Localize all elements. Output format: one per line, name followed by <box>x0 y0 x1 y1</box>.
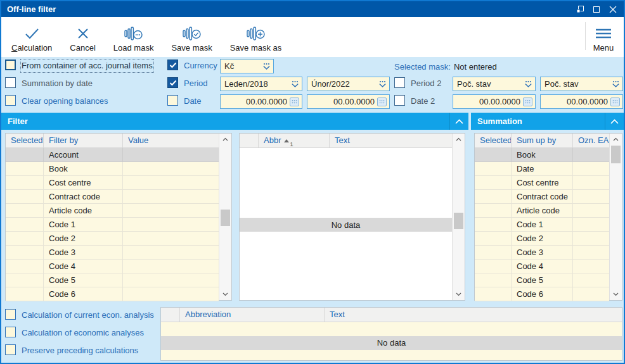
table-row[interactable]: Code 3 <box>6 246 219 260</box>
scroll-up-icon[interactable] <box>219 134 231 144</box>
table-row[interactable]: Code 5 <box>6 273 219 287</box>
checkmark-icon <box>169 62 177 68</box>
scroll-down-icon[interactable] <box>453 289 465 299</box>
close-window-button[interactable] <box>605 1 621 17</box>
calc-current-econ-analysis-checkbox[interactable] <box>5 309 16 320</box>
summation-panel-title: Summation <box>477 116 522 126</box>
calendar-icon[interactable] <box>523 97 532 106</box>
summation-collapse-button[interactable] <box>605 113 624 130</box>
scrollbar-thumb[interactable] <box>611 146 621 163</box>
currency-label[interactable]: Currency <box>184 60 217 72</box>
clear-opening-balances-checkbox[interactable] <box>5 95 16 106</box>
table-row[interactable]: Code 5 <box>475 273 609 287</box>
calendar-icon[interactable] <box>377 97 387 106</box>
period-from-select[interactable]: Leden/2018 <box>220 77 302 91</box>
table-row[interactable]: Date <box>475 162 609 176</box>
column-header-blank[interactable] <box>240 134 259 147</box>
scroll-down-icon[interactable] <box>610 289 622 299</box>
preserve-preceding-calculations-checkbox[interactable] <box>5 344 16 355</box>
menu-button[interactable]: Menu <box>588 20 619 54</box>
scrollbar-thumb[interactable] <box>454 213 463 229</box>
date2-to-field[interactable]: 00.00.0000 <box>540 94 623 109</box>
load-mask-button[interactable]: Load mask <box>111 20 157 54</box>
column-header-selected[interactable]: Selected <box>6 134 44 147</box>
save-mask-as-button[interactable]: Save mask as <box>228 20 285 54</box>
vertical-scrollbar[interactable] <box>452 134 465 300</box>
table-row[interactable]: Book <box>475 148 609 162</box>
dropdown-icon <box>524 80 532 88</box>
period-to-select[interactable]: Únor/2022 <box>307 77 390 91</box>
table-row[interactable]: Code 1 <box>475 218 609 232</box>
column-header-value[interactable]: Value <box>123 134 219 147</box>
column-header-abbr[interactable]: Abbr1 <box>259 134 330 147</box>
cancel-button[interactable]: Cancel <box>67 20 98 54</box>
column-header-abbreviation[interactable]: Abbreviation <box>180 308 325 322</box>
checkmark-icon <box>169 80 177 86</box>
calc-current-econ-analysis-label[interactable]: Calculation of current econ. analysis <box>22 310 154 321</box>
selected-mask-label: Selected mask: <box>394 62 451 72</box>
table-row[interactable]: Book <box>6 162 219 176</box>
table-row[interactable]: Code 2 <box>6 232 219 246</box>
period-label[interactable]: Period <box>184 78 208 89</box>
preserve-preceding-calculations-label[interactable]: Preserve preceding calculations <box>22 345 138 356</box>
date-label[interactable]: Date <box>184 96 201 107</box>
period2-label[interactable]: Period 2 <box>411 78 441 89</box>
column-header-sum-up-by[interactable]: Sum up by <box>512 134 573 147</box>
calc-economic-analyses-label[interactable]: Calculation of economic analyses <box>22 327 144 339</box>
calendar-icon[interactable] <box>290 97 299 106</box>
period2-from-select[interactable]: Poč. stav <box>453 77 536 91</box>
table-row[interactable]: Code 4 <box>475 260 609 273</box>
column-header-blank[interactable] <box>161 308 180 322</box>
column-header-text[interactable]: Text <box>325 308 622 322</box>
table-row[interactable]: Cost centre <box>475 176 609 190</box>
column-header-text[interactable]: Text <box>330 134 452 147</box>
currency-select[interactable]: Kč <box>220 59 274 73</box>
save-mask-button[interactable]: Save mask <box>169 20 214 54</box>
scrollbar-thumb[interactable] <box>221 210 230 226</box>
calendar-icon[interactable] <box>610 97 620 106</box>
table-row[interactable]: Code 1 <box>6 218 219 232</box>
scroll-up-icon[interactable] <box>453 134 465 144</box>
date-from-field[interactable]: 00.00.0000 <box>220 94 302 109</box>
currency-checkbox[interactable] <box>167 60 178 70</box>
period-checkbox[interactable] <box>167 77 178 88</box>
calc-economic-analyses-checkbox[interactable] <box>5 327 16 337</box>
vertical-scrollbar[interactable] <box>609 134 622 300</box>
table-row[interactable]: Contract code <box>6 190 219 204</box>
restore-window-button[interactable] <box>572 1 588 17</box>
from-container-label[interactable]: From container of acc. journal items <box>22 60 153 72</box>
maximize-window-button[interactable] <box>588 1 605 17</box>
column-header-filter-by[interactable]: Filter by <box>44 134 123 147</box>
table-row[interactable]: Contract code <box>475 190 609 204</box>
table-row[interactable]: Code 3 <box>475 246 609 260</box>
vertical-scrollbar[interactable] <box>219 134 231 300</box>
filter-collapse-button[interactable] <box>449 113 468 130</box>
summation-by-date-checkbox[interactable] <box>5 77 16 88</box>
table-row[interactable]: Article code <box>475 204 609 218</box>
table-row[interactable]: Code 6 <box>475 287 609 301</box>
date2-from-field[interactable]: 00.00.0000 <box>453 94 536 109</box>
period2-to-select[interactable]: Poč. stav <box>540 77 623 91</box>
table-row[interactable]: Account <box>6 148 219 162</box>
save-mask-button-label: Save mask <box>171 43 212 53</box>
calculation-button[interactable]: Calculation <box>9 20 55 54</box>
scroll-down-icon[interactable] <box>219 289 231 299</box>
period2-checkbox[interactable] <box>394 77 405 88</box>
table-row[interactable]: Code 4 <box>6 260 219 273</box>
date2-checkbox[interactable] <box>394 95 405 106</box>
column-header-selected[interactable]: Selected <box>475 134 512 147</box>
column-header-ozn-ea[interactable]: Ozn. EA <box>573 134 609 147</box>
table-row[interactable] <box>161 322 622 336</box>
table-row[interactable]: Code 6 <box>6 287 219 301</box>
scroll-up-icon[interactable] <box>610 134 622 144</box>
date2-label[interactable]: Date 2 <box>411 96 435 107</box>
table-row[interactable] <box>161 350 622 360</box>
table-row[interactable]: Code 2 <box>475 232 609 246</box>
summation-by-date-label[interactable]: Summation by date <box>22 78 93 89</box>
date-checkbox[interactable] <box>167 95 178 106</box>
table-row[interactable]: Cost centre <box>6 176 219 190</box>
from-container-checkbox[interactable] <box>5 60 16 70</box>
clear-opening-balances-label[interactable]: Clear opening balances <box>22 96 108 107</box>
date-to-field[interactable]: 00.00.0000 <box>307 94 390 109</box>
table-row[interactable]: Article code <box>6 204 219 218</box>
